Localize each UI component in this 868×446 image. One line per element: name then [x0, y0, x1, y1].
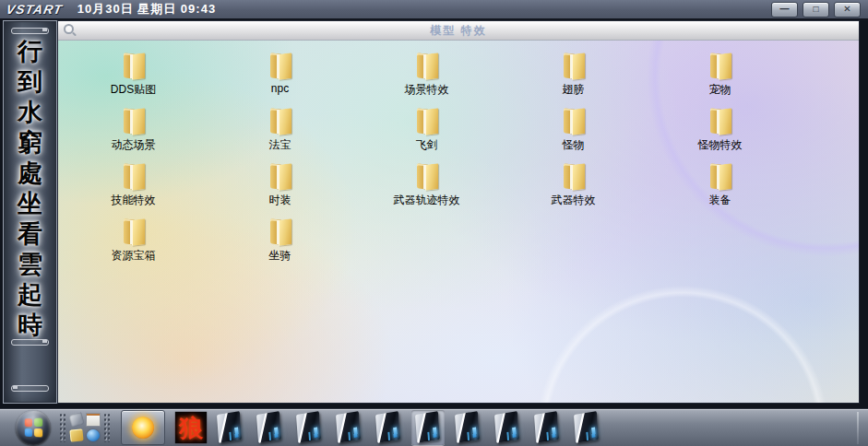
folder-icon — [560, 108, 588, 136]
folder-item[interactable]: 武器轨迹特效 — [353, 163, 500, 218]
game-box-icon — [415, 411, 440, 443]
game-app-button-9[interactable] — [530, 410, 564, 445]
window-controls: — □ ✕ — [771, 2, 861, 18]
folder-label: 时装 — [269, 193, 291, 208]
poem-char: 時 — [18, 310, 42, 340]
folder-label: 场景特效 — [405, 82, 449, 98]
game-app-button-4[interactable] — [332, 410, 365, 445]
game-app-button-10[interactable] — [570, 410, 603, 445]
poem-char: 到 — [18, 66, 42, 97]
folder-icon — [120, 163, 148, 192]
folder-item[interactable]: 场景特效 — [353, 53, 500, 108]
notepad-icon[interactable] — [86, 413, 101, 427]
game-box-icon — [375, 411, 400, 443]
sun-icon — [132, 417, 154, 439]
wrench-icon[interactable] — [68, 412, 84, 427]
folder-icon — [120, 108, 148, 136]
folder-item[interactable]: 怪物特效 — [647, 108, 793, 163]
folder-item[interactable]: 武器特效 — [500, 163, 647, 218]
minimize-button[interactable]: — — [771, 2, 798, 18]
folder-item[interactable]: 法宝 — [207, 108, 353, 163]
calligraphy-sidebar: 行 到 水 窮 處 坐 看 雲 起 時 — [3, 20, 57, 404]
drag-handle-icon[interactable] — [103, 413, 110, 442]
folder-item[interactable]: 装备 — [647, 163, 793, 218]
poem-char: 水 — [18, 97, 42, 127]
red-calligraphy-glyph: 狼 — [179, 414, 203, 441]
red-calligraphy-app-button[interactable]: 狼 — [175, 412, 207, 443]
folder-label: 怪物 — [563, 137, 585, 153]
folder-item[interactable]: 宠物 — [647, 53, 793, 108]
sidebar-scroll-handle-middle[interactable] — [11, 339, 49, 346]
folder-window: 模型 特效 DDS贴图 npc 场景特效 翅膀 宠物 — [57, 20, 860, 404]
game-box-icon — [296, 411, 321, 443]
drag-handle-icon[interactable] — [59, 413, 65, 442]
folder-item[interactable]: 技能特效 — [60, 163, 207, 218]
folder-item[interactable]: 翅膀 — [500, 53, 647, 108]
folder-icon — [707, 53, 734, 81]
folder-icon — [120, 53, 148, 81]
folder-icon — [413, 163, 441, 192]
game-app-button-8[interactable] — [491, 410, 524, 445]
game-box-icon — [217, 411, 242, 443]
quick-launch-grid — [68, 413, 101, 443]
folder-item[interactable]: 时装 — [207, 163, 353, 218]
globe-icon[interactable] — [87, 429, 100, 441]
game-box-icon — [574, 411, 599, 443]
folder-icon — [707, 108, 734, 136]
poem-char: 雲 — [18, 249, 42, 279]
sidebar-scroll-handle-top[interactable] — [11, 28, 49, 34]
window-category-title: 模型 特效 — [430, 23, 486, 39]
game-app-button-3[interactable] — [292, 410, 326, 445]
poem-vertical-text: 行 到 水 窮 處 坐 看 雲 起 時 — [4, 36, 56, 340]
game-box-icon — [256, 411, 281, 443]
folder-icon — [120, 218, 148, 247]
folder-item[interactable]: 怪物 — [500, 108, 647, 163]
folder-icon — [560, 163, 588, 192]
folder-grid: DDS贴图 npc 场景特效 翅膀 宠物 动态场景 — [60, 53, 793, 274]
poem-char: 處 — [18, 158, 42, 188]
game-app-button-7[interactable] — [451, 410, 484, 445]
folder-item[interactable]: npc — [207, 53, 353, 108]
folder-label: 飞剑 — [416, 137, 438, 153]
sidebar-scroll-handle-bottom[interactable] — [11, 385, 49, 392]
game-box-icon — [534, 411, 559, 443]
folder-label: 法宝 — [269, 137, 291, 153]
sun-app-button[interactable] — [121, 410, 165, 445]
folder-label: 翅膀 — [563, 82, 585, 98]
folder-item[interactable]: DDS贴图 — [60, 53, 207, 108]
folder-icon — [267, 218, 294, 247]
folder-label: 技能特效 — [112, 193, 156, 208]
game-app-button-5[interactable] — [372, 410, 405, 445]
cube-icon[interactable] — [69, 428, 83, 441]
folder-item[interactable]: 坐骑 — [207, 218, 353, 274]
folder-icon — [707, 163, 734, 192]
folder-label: npc — [271, 82, 289, 95]
close-button[interactable]: ✕ — [834, 2, 861, 18]
folder-item[interactable]: 动态场景 — [60, 108, 207, 163]
windows-start-button[interactable] — [16, 410, 51, 445]
folder-icon — [413, 53, 441, 81]
poem-char: 坐 — [18, 188, 42, 218]
game-app-button-1[interactable] — [213, 410, 246, 445]
folder-icon — [560, 53, 588, 81]
poem-char: 行 — [18, 36, 42, 66]
taskbar-right-divider — [857, 412, 859, 444]
folder-icon — [267, 108, 294, 136]
folder-label: 动态场景 — [112, 137, 156, 153]
quick-launch-area — [59, 412, 110, 443]
taskbar: 狼 — [0, 408, 868, 446]
folder-label: 宠物 — [709, 82, 731, 98]
vstart-logo: VSTART — [6, 2, 65, 17]
maximize-button[interactable]: □ — [803, 2, 829, 18]
game-box-icon — [494, 411, 519, 443]
search-icon[interactable] — [64, 24, 77, 37]
titlebar: VSTART 10月30日 星期日 09:43 — □ ✕ — [0, 0, 868, 20]
game-app-button-2[interactable] — [253, 410, 286, 445]
folder-label: 怪物特效 — [698, 137, 743, 153]
folder-item[interactable]: 飞剑 — [353, 108, 500, 163]
folder-label: 坐骑 — [269, 248, 291, 264]
folder-icon — [267, 53, 294, 81]
folder-item[interactable]: 资源宝箱 — [60, 218, 207, 274]
game-app-button-6-active[interactable] — [411, 410, 445, 445]
poem-char: 看 — [18, 218, 42, 249]
